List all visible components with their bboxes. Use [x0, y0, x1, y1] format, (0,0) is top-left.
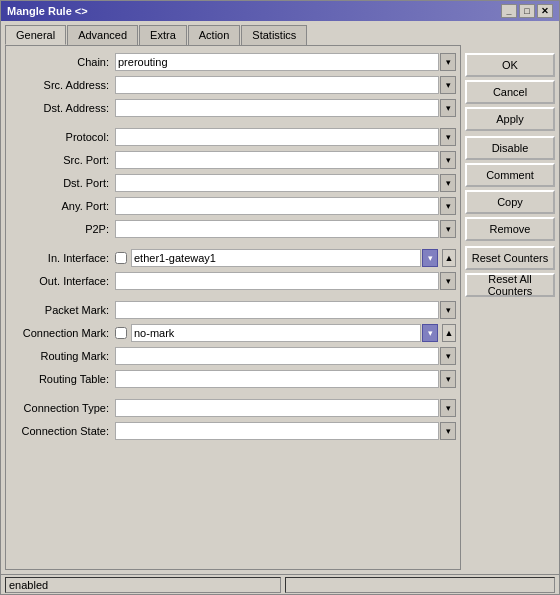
tab-action[interactable]: Action: [188, 25, 241, 45]
chain-input[interactable]: [115, 53, 439, 71]
src-address-control: ▾: [115, 76, 456, 94]
in-interface-label: In. Interface:: [10, 252, 115, 264]
in-interface-row: In. Interface: ▾ ▲: [10, 248, 456, 268]
src-port-label: Src. Port:: [10, 154, 115, 166]
title-bar: Mangle Rule <> _ □ ✕: [1, 1, 559, 21]
in-interface-control: ▾ ▲: [115, 249, 456, 267]
remove-button[interactable]: Remove: [465, 217, 555, 241]
p2p-control: ▾: [115, 220, 456, 238]
p2p-label: P2P:: [10, 223, 115, 235]
dst-address-label: Dst. Address:: [10, 102, 115, 114]
connection-mark-control: ▾ ▲: [115, 324, 456, 342]
out-interface-dropdown-arrow[interactable]: ▾: [440, 272, 456, 290]
out-interface-label: Out. Interface:: [10, 275, 115, 287]
routing-table-label: Routing Table:: [10, 373, 115, 385]
tab-extra[interactable]: Extra: [139, 25, 187, 45]
connection-state-row: Connection State: ▾: [10, 421, 456, 441]
connection-mark-checkbox[interactable]: [115, 327, 127, 339]
title-bar-buttons: _ □ ✕: [501, 4, 553, 18]
connection-mark-input[interactable]: [131, 324, 421, 342]
protocol-control: ▾: [115, 128, 456, 146]
src-port-dropdown-arrow[interactable]: ▾: [440, 151, 456, 169]
dst-port-control: ▾: [115, 174, 456, 192]
connection-type-dropdown-arrow[interactable]: ▾: [440, 399, 456, 417]
minimize-button[interactable]: _: [501, 4, 517, 18]
apply-button[interactable]: Apply: [465, 107, 555, 131]
dst-address-dropdown-arrow[interactable]: ▾: [440, 99, 456, 117]
routing-mark-input[interactable]: [115, 347, 439, 365]
chain-dropdown-arrow[interactable]: ▾: [440, 53, 456, 71]
chain-label: Chain:: [10, 56, 115, 68]
tab-general[interactable]: General: [5, 25, 66, 45]
connection-state-input[interactable]: [115, 422, 439, 440]
dst-address-input[interactable]: [115, 99, 439, 117]
connection-type-input[interactable]: [115, 399, 439, 417]
src-port-input[interactable]: [115, 151, 439, 169]
connection-mark-label: Connection Mark:: [10, 327, 115, 339]
content-area: General Advanced Extra Action Statistics…: [1, 21, 559, 574]
routing-table-dropdown-arrow[interactable]: ▾: [440, 370, 456, 388]
connection-mark-row: Connection Mark: ▾ ▲: [10, 323, 456, 343]
any-port-dropdown-arrow[interactable]: ▾: [440, 197, 456, 215]
tab-statistics[interactable]: Statistics: [241, 25, 307, 45]
in-interface-dropdown-arrow[interactable]: ▾: [422, 249, 438, 267]
any-port-label: Any. Port:: [10, 200, 115, 212]
connection-state-control: ▾: [115, 422, 456, 440]
chain-row: Chain: ▾: [10, 52, 456, 72]
connection-state-dropdown-arrow[interactable]: ▾: [440, 422, 456, 440]
in-interface-input[interactable]: [131, 249, 421, 267]
routing-table-input[interactable]: [115, 370, 439, 388]
dst-address-control: ▾: [115, 99, 456, 117]
protocol-dropdown-arrow[interactable]: ▾: [440, 128, 456, 146]
src-address-row: Src. Address: ▾: [10, 75, 456, 95]
routing-mark-row: Routing Mark: ▾: [10, 346, 456, 366]
reset-counters-button[interactable]: Reset Counters: [465, 246, 555, 270]
dst-port-row: Dst. Port: ▾: [10, 173, 456, 193]
protocol-label: Protocol:: [10, 131, 115, 143]
connection-mark-scroll-up[interactable]: ▲: [442, 324, 456, 342]
packet-mark-control: ▾: [115, 301, 456, 319]
in-interface-scroll-up[interactable]: ▲: [442, 249, 456, 267]
disable-button[interactable]: Disable: [465, 136, 555, 160]
tab-bar: General Advanced Extra Action Statistics: [5, 25, 461, 45]
connection-state-label: Connection State:: [10, 425, 115, 437]
tab-advanced[interactable]: Advanced: [67, 25, 138, 45]
protocol-input[interactable]: [115, 128, 439, 146]
side-buttons: OK Cancel Apply Disable Comment Copy Rem…: [465, 25, 555, 570]
cancel-button[interactable]: Cancel: [465, 80, 555, 104]
routing-mark-label: Routing Mark:: [10, 350, 115, 362]
connection-type-label: Connection Type:: [10, 402, 115, 414]
p2p-input[interactable]: [115, 220, 439, 238]
p2p-dropdown-arrow[interactable]: ▾: [440, 220, 456, 238]
in-interface-checkbox[interactable]: [115, 252, 127, 264]
dst-port-dropdown-arrow[interactable]: ▾: [440, 174, 456, 192]
ok-button[interactable]: OK: [465, 53, 555, 77]
protocol-row: Protocol: ▾: [10, 127, 456, 147]
status-right: [285, 577, 555, 593]
any-port-input[interactable]: [115, 197, 439, 215]
p2p-row: P2P: ▾: [10, 219, 456, 239]
src-address-label: Src. Address:: [10, 79, 115, 91]
connection-type-row: Connection Type: ▾: [10, 398, 456, 418]
src-address-dropdown-arrow[interactable]: ▾: [440, 76, 456, 94]
main-window: Mangle Rule <> _ □ ✕ General Advanced Ex…: [0, 0, 560, 595]
routing-table-row: Routing Table: ▾: [10, 369, 456, 389]
packet-mark-input[interactable]: [115, 301, 439, 319]
comment-button[interactable]: Comment: [465, 163, 555, 187]
window-title: Mangle Rule <>: [7, 5, 88, 17]
close-button[interactable]: ✕: [537, 4, 553, 18]
connection-mark-dropdown-arrow[interactable]: ▾: [422, 324, 438, 342]
packet-mark-dropdown-arrow[interactable]: ▾: [440, 301, 456, 319]
connection-type-control: ▾: [115, 399, 456, 417]
routing-mark-dropdown-arrow[interactable]: ▾: [440, 347, 456, 365]
routing-table-control: ▾: [115, 370, 456, 388]
maximize-button[interactable]: □: [519, 4, 535, 18]
status-bar: enabled: [1, 574, 559, 594]
src-address-input[interactable]: [115, 76, 439, 94]
reset-all-counters-button[interactable]: Reset All Counters: [465, 273, 555, 297]
dst-port-input[interactable]: [115, 174, 439, 192]
out-interface-input[interactable]: [115, 272, 439, 290]
status-left: enabled: [5, 577, 281, 593]
dst-port-label: Dst. Port:: [10, 177, 115, 189]
copy-button[interactable]: Copy: [465, 190, 555, 214]
